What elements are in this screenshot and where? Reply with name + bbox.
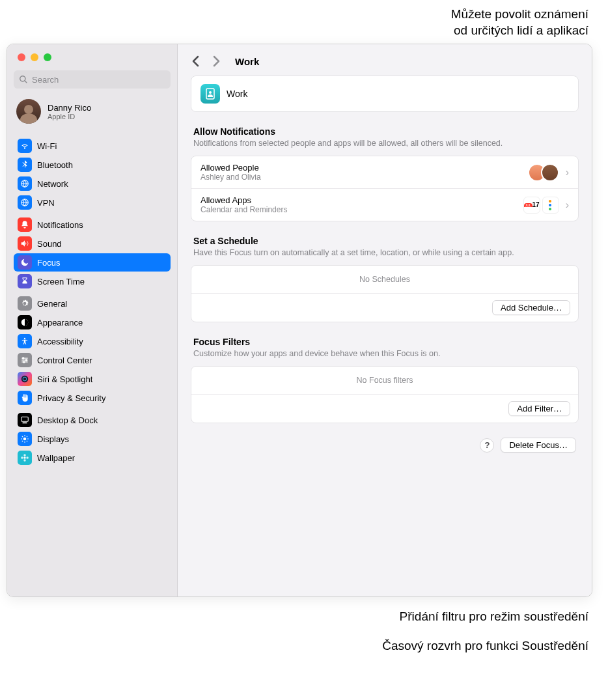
account-row[interactable]: Danny Rico Apple ID <box>14 95 171 133</box>
add-schedule-button[interactable]: Add Schedule… <box>492 300 570 315</box>
sidebar-item-label: Sound <box>37 239 62 249</box>
main-header: Work <box>178 44 592 76</box>
delete-focus-button[interactable]: Delete Focus… <box>501 438 576 453</box>
sidebar-item-siri-spotlight[interactable]: Siri & Spotlight <box>14 370 171 388</box>
flower-icon <box>18 451 32 465</box>
svg-point-0 <box>20 76 25 81</box>
allowed-people-row[interactable]: Allowed People Ashley and Olivia › <box>191 156 578 189</box>
sidebar-item-accessibility[interactable]: Accessibility <box>14 332 171 350</box>
dock-icon <box>18 413 32 427</box>
svg-point-31 <box>209 91 212 94</box>
sidebar-item-control-center[interactable]: Control Center <box>14 351 171 369</box>
focus-name-card: Work <box>191 76 579 112</box>
svg-point-25 <box>23 457 26 460</box>
sun-icon <box>18 432 32 446</box>
sidebar-item-vpn[interactable]: VPN <box>14 193 171 212</box>
sidebar-item-label: Control Center <box>37 356 92 365</box>
sidebar-item-label: Wallpaper <box>37 453 75 463</box>
speaker-icon <box>18 236 32 251</box>
appearance-icon <box>18 315 32 329</box>
search-icon <box>19 75 28 84</box>
globe-icon <box>18 195 32 210</box>
svg-point-12 <box>21 376 29 383</box>
sidebar-item-label: Network <box>37 179 68 189</box>
chevron-right-icon: › <box>566 199 569 211</box>
svg-rect-14 <box>21 417 29 422</box>
search-input[interactable]: Search <box>14 70 171 89</box>
bluetooth-icon <box>18 158 32 172</box>
sidebar-item-privacy-security[interactable]: Privacy & Security <box>14 389 171 407</box>
sidebar-item-wallpaper[interactable]: Wallpaper <box>14 449 171 467</box>
sidebar-item-screen-time[interactable]: Screen Time <box>14 272 171 290</box>
sidebar-item-displays[interactable]: Displays <box>14 430 171 448</box>
schedule-title: Set a Schedule <box>191 236 579 246</box>
sidebar-item-label: Privacy & Security <box>37 393 105 403</box>
sidebar-item-label: Desktop & Dock <box>37 415 98 425</box>
access-icon <box>18 334 32 348</box>
back-button[interactable] <box>189 53 201 69</box>
filters-card: No Focus filters Add Filter… <box>191 366 579 423</box>
minimize-window-button[interactable] <box>31 53 38 61</box>
app-icons: JUL17 <box>523 197 559 214</box>
svg-point-5 <box>24 338 25 339</box>
add-filter-button[interactable]: Add Filter… <box>508 401 570 416</box>
annotation-top: Můžete povolit oznámení od určitých lidí… <box>7 7 601 44</box>
sidebar-item-focus[interactable]: Focus <box>14 253 171 272</box>
svg-line-24 <box>27 436 27 437</box>
svg-line-22 <box>27 441 27 441</box>
people-avatars <box>528 163 559 182</box>
sidebar-item-general[interactable]: General <box>14 294 171 313</box>
svg-point-16 <box>23 438 27 441</box>
svg-rect-15 <box>23 423 27 424</box>
main-panel: Work Work Allow Notifications Notificati… <box>178 44 592 596</box>
filters-empty: No Focus filters <box>191 367 578 395</box>
globe-icon <box>18 176 32 191</box>
svg-point-28 <box>21 457 23 460</box>
sidebar-item-label: Focus <box>37 258 60 268</box>
allowed-apps-row[interactable]: Allowed Apps Calendar and Reminders JUL1… <box>191 189 578 221</box>
wifi-icon <box>18 139 32 153</box>
close-window-button[interactable] <box>18 53 25 61</box>
svg-line-23 <box>22 441 23 441</box>
settings-window: Search Danny Rico Apple ID Wi-FiBluetoot… <box>7 44 592 597</box>
focus-name: Work <box>227 89 247 99</box>
forward-button[interactable] <box>210 53 222 69</box>
moon-icon <box>18 255 32 270</box>
svg-point-26 <box>23 455 26 457</box>
allow-title: Allow Notifications <box>191 126 579 137</box>
window-controls <box>14 44 171 68</box>
siri-icon <box>18 372 32 386</box>
sidebar-item-appearance[interactable]: Appearance <box>14 313 171 331</box>
schedule-empty: No Schedules <box>191 266 578 294</box>
sidebar-item-label: Screen Time <box>37 277 85 287</box>
search-placeholder: Search <box>32 75 59 85</box>
sidebar-item-wi-fi[interactable]: Wi-Fi <box>14 137 171 155</box>
svg-point-29 <box>26 457 29 460</box>
sidebar-item-network[interactable]: Network <box>14 175 171 193</box>
svg-point-10 <box>25 359 27 361</box>
work-badge-icon <box>200 84 220 104</box>
sidebar-item-bluetooth[interactable]: Bluetooth <box>14 156 171 174</box>
sidebar: Search Danny Rico Apple ID Wi-FiBluetoot… <box>7 44 178 596</box>
svg-point-27 <box>23 460 26 462</box>
sidebar-item-label: Bluetooth <box>37 160 73 170</box>
sidebar-item-desktop-dock[interactable]: Desktop & Dock <box>14 411 171 429</box>
schedule-card: No Schedules Add Schedule… <box>191 265 579 322</box>
zoom-window-button[interactable] <box>44 53 51 61</box>
sidebar-item-label: Appearance <box>37 318 83 328</box>
filters-sub: Customize how your apps and device behav… <box>191 347 579 366</box>
filters-title: Focus Filters <box>191 337 579 347</box>
sidebar-item-sound[interactable]: Sound <box>14 234 171 253</box>
svg-point-9 <box>23 357 24 359</box>
avatar <box>16 99 41 124</box>
allow-sub: Notifications from selected people and a… <box>191 137 579 156</box>
sliders-icon <box>18 353 32 367</box>
svg-line-1 <box>25 81 27 83</box>
annotation-bottom: Přidání filtru pro režim soustředění Čas… <box>7 608 601 655</box>
svg-line-21 <box>22 436 23 437</box>
hand-icon <box>18 391 32 405</box>
sidebar-item-notifications[interactable]: Notifications <box>14 216 171 234</box>
help-button[interactable]: ? <box>480 438 494 453</box>
svg-point-11 <box>23 361 25 363</box>
account-text: Danny Rico Apple ID <box>48 103 91 120</box>
